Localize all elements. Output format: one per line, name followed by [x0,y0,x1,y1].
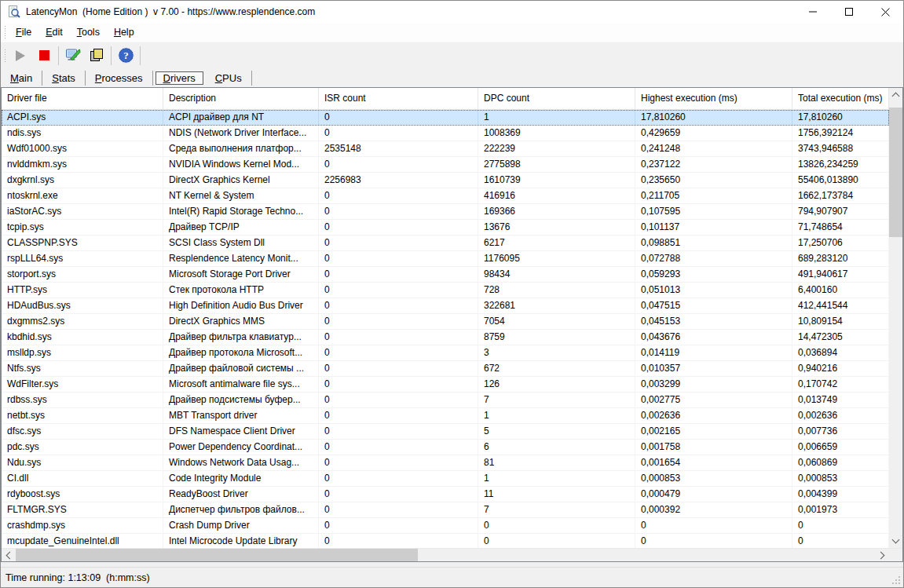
tab-separator [251,71,252,86]
table-row[interactable]: HTTP.sys Стек протокола HTTP 0 728 0,051… [2,283,889,298]
cell-driver-file: crashdmp.sys [2,518,163,533]
cell-description: ACPI драйвер для NT [163,110,319,125]
column-header-total-execution[interactable]: Total execution (ms) [792,88,889,109]
table-row[interactable]: WdFilter.sys Microsoft antimalware file … [2,377,889,393]
drivers-table: Driver file Description ISR count DPC co… [1,87,903,562]
horizontal-scroll-track[interactable] [15,549,876,561]
table-row[interactable]: pdc.sys Power Dependency Coordinat... 0 … [2,440,889,455]
table-row[interactable]: Ndu.sys Windows Network Data Usag... 0 8… [2,455,889,471]
cell-total-execution: 0,036894 [792,345,889,360]
table-row[interactable]: rspLLL64.sys Resplendence Latency Monit.… [2,251,889,267]
column-header-highest-execution[interactable]: Highest execution (ms) [635,88,792,109]
menu-tools[interactable]: Tools [70,24,107,40]
vertical-scroll-thumb[interactable] [889,108,902,237]
table-row[interactable]: mcupdate_GenuineIntel.dll Intel Microcod… [2,534,889,548]
cell-dpc-count: 8759 [478,330,635,345]
scroll-up-button[interactable] [889,88,902,101]
tab-drivers[interactable]: Drivers [156,71,203,85]
cell-description: Resplendence Latency Monit... [163,251,319,266]
table-row[interactable]: dfsc.sys DFS Namespace Client Driver 0 5… [2,424,889,440]
tab-cpus[interactable]: CPUs [206,71,251,85]
vertical-scroll-track[interactable] [889,101,902,535]
cell-description: Intel Microcode Update Library [163,534,319,548]
cell-isr-count: 0 [319,314,478,329]
table-row[interactable]: storport.sys Microsoft Storage Port Driv… [2,267,889,283]
report-options-button[interactable] [61,45,85,67]
cell-dpc-count: 728 [478,283,635,298]
cell-isr-count: 0 [319,236,478,250]
menu-file[interactable]: File [9,24,38,40]
scroll-down-button[interactable] [889,535,902,548]
table-row[interactable]: tcpip.sys Драйвер TCP/IP 0 13676 0,10113… [2,220,889,236]
table-body: ACPI.sys ACPI драйвер для NT 0 1 17,8102… [2,110,889,548]
table-row[interactable]: netbt.sys MBT Transport driver 0 1 0,002… [2,408,889,424]
copy-report-button[interactable] [85,45,108,67]
close-button[interactable] [867,1,903,23]
cell-description: ReadyBoost Driver [163,487,319,502]
table-row[interactable]: rdbss.sys Драйвер подсистемы буфер... 0 … [2,393,889,408]
column-header-driver-file[interactable]: Driver file [2,88,163,109]
cell-isr-count: 0 [319,502,478,517]
table-row[interactable]: dxgkrnl.sys DirectX Graphics Kernel 2256… [2,173,889,188]
table-row[interactable]: mslldp.sys Драйвер протокола Microsoft..… [2,345,889,361]
cell-driver-file: pdc.sys [2,440,163,455]
horizontal-scroll-thumb[interactable] [16,549,418,561]
resize-grip-icon[interactable] [891,575,902,586]
cell-description: Windows Network Data Usag... [163,455,319,470]
column-header-description[interactable]: Description [163,88,319,109]
table-row[interactable]: CI.dll Code Integrity Module 0 1 0,00085… [2,471,889,487]
tab-bar: Main Stats Processes Drivers CPUs [1,68,903,87]
rebar-gripper[interactable] [4,26,6,38]
cell-dpc-count: 126 [478,377,635,392]
maximize-button[interactable] [831,1,867,23]
cell-isr-count: 0 [319,487,478,502]
cell-total-execution: 0,004399 [792,487,889,502]
vertical-scrollbar[interactable] [889,88,902,548]
menu-help[interactable]: Help [107,24,141,40]
table-row[interactable]: crashdmp.sys Crash Dump Driver 0 0 0 0 [2,518,889,534]
table-row[interactable]: Ntfs.sys Драйвер файловой системы ... 0 … [2,361,889,377]
cell-driver-file: mcupdate_GenuineIntel.dll [2,534,163,548]
table-row[interactable]: nvlddmkm.sys NVIDIA Windows Kernel Mod..… [2,157,889,173]
cell-description: High Definition Audio Bus Driver [163,298,319,313]
scroll-right-button[interactable] [876,549,889,561]
table-row[interactable]: dxgmms2.sys DirectX Graphics MMS 0 7054 … [2,314,889,330]
cell-isr-count: 0 [319,110,478,125]
scroll-left-button[interactable] [2,549,15,561]
tab-processes[interactable]: Processes [86,71,152,85]
cell-driver-file: storport.sys [2,267,163,282]
table-row[interactable]: ACPI.sys ACPI драйвер для NT 0 1 17,8102… [2,110,889,126]
help-button[interactable]: ? [114,45,137,67]
table-row[interactable]: rdyboost.sys ReadyBoost Driver 0 11 0,00… [2,487,889,502]
cell-highest-execution: 0,000479 [635,487,792,502]
stop-monitor-button[interactable] [32,45,56,67]
title-bar[interactable]: LatencyMon (Home Edition ) v 7.00 - http… [1,1,903,23]
table-row[interactable]: Wdf01000.sys Среда выполнения платфор...… [2,141,889,157]
cell-highest-execution: 0 [635,534,792,548]
toolbar-gripper[interactable] [4,49,6,62]
toolbar-separator [58,46,59,65]
table-row[interactable]: iaStorAC.sys Intel(R) Rapid Storage Tech… [2,204,889,220]
tab-main[interactable]: Main [1,71,42,85]
cell-total-execution: 794,907907 [792,204,889,219]
table-row[interactable]: HDAudBus.sys High Definition Audio Bus D… [2,298,889,314]
minimize-button[interactable] [795,1,831,23]
table-row[interactable]: ntoskrnl.exe NT Kernel & System 0 416916… [2,188,889,204]
table-row[interactable]: kbdhid.sys Драйвер фильтра клавиатур... … [2,330,889,345]
table-row[interactable]: CLASSPNP.SYS SCSI Class System Dll 0 621… [2,236,889,251]
column-header-dpc-count[interactable]: DPC count [478,88,635,109]
column-header-isr-count[interactable]: ISR count [319,88,478,109]
cell-isr-count: 0 [319,534,478,548]
start-monitor-button[interactable] [9,45,32,67]
cell-dpc-count: 2775898 [478,157,635,172]
cell-description: Драйвер файловой системы ... [163,361,319,376]
table-row[interactable]: ndis.sys NDIS (Network Driver Interface.… [2,126,889,141]
menu-edit[interactable]: Edit [38,24,70,40]
horizontal-scrollbar[interactable] [2,549,889,561]
cell-highest-execution: 0,002636 [635,408,792,423]
cell-highest-execution: 0,000392 [635,502,792,517]
cell-driver-file: ntoskrnl.exe [2,188,163,203]
cell-driver-file: rspLLL64.sys [2,251,163,266]
tab-stats[interactable]: Stats [42,71,85,85]
table-row[interactable]: FLTMGR.SYS Диспетчер фильтров файлов... … [2,502,889,518]
